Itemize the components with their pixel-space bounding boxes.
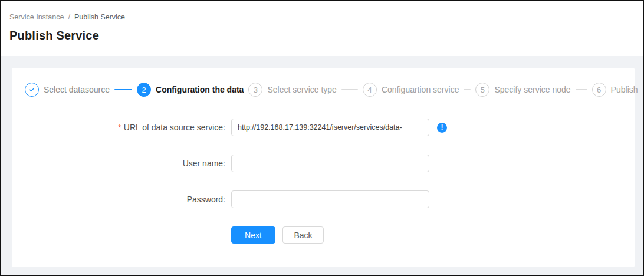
step-configuration-the-data[interactable]: 2 Configuration the data bbox=[137, 83, 244, 97]
check-icon bbox=[28, 86, 36, 94]
breadcrumb-publish-service: Publish Service bbox=[74, 13, 125, 21]
step-connector-3-4 bbox=[341, 89, 358, 90]
step-4-label: Configuartion service bbox=[382, 85, 459, 94]
step-connector-5-6 bbox=[576, 89, 587, 90]
publish-form: *URL of data source service: ! User name… bbox=[12, 119, 635, 244]
breadcrumb-separator: / bbox=[68, 13, 70, 21]
next-button[interactable]: Next bbox=[231, 226, 275, 244]
required-asterisk: * bbox=[118, 123, 121, 132]
url-field-label: *URL of data source service: bbox=[12, 123, 231, 132]
exclamation-circle-icon[interactable]: ! bbox=[437, 123, 447, 133]
app-window: Service Instance/Publish Service Publish… bbox=[0, 0, 644, 276]
breadcrumb: Service Instance/Publish Service bbox=[9, 13, 643, 21]
step-2-number-circle: 2 bbox=[137, 83, 151, 97]
password-input[interactable] bbox=[231, 190, 429, 208]
username-field-label: User name: bbox=[12, 159, 231, 168]
step-specify-service-node: 5 Specify service node bbox=[475, 83, 570, 97]
step-connector-4-5 bbox=[464, 89, 471, 90]
url-input[interactable] bbox=[231, 119, 429, 136]
password-field-label: Password: bbox=[12, 195, 231, 204]
step-5-number-circle: 5 bbox=[475, 83, 489, 97]
username-field-row: User name: bbox=[12, 155, 635, 172]
username-input[interactable] bbox=[231, 155, 429, 172]
step-select-service-type: 3 Select service type bbox=[248, 83, 337, 97]
step-4-number-circle: 4 bbox=[363, 83, 377, 97]
step-connector-1-2 bbox=[114, 89, 132, 90]
step-1-label: Select datasource bbox=[44, 85, 110, 94]
step-3-number-circle: 3 bbox=[248, 83, 262, 97]
page-header: Service Instance/Publish Service Publish… bbox=[1, 1, 643, 56]
breadcrumb-service-instance[interactable]: Service Instance bbox=[9, 13, 64, 21]
password-field-row: Password: bbox=[12, 190, 635, 208]
step-6-label: Publish bbox=[611, 85, 638, 94]
step-2-label: Configuration the data bbox=[156, 85, 244, 94]
form-actions: Next Back bbox=[231, 226, 635, 244]
url-field-row: *URL of data source service: ! bbox=[12, 119, 635, 136]
wizard-stepper: Select datasource 2 Configuration the da… bbox=[12, 68, 635, 97]
step-5-label: Specify service node bbox=[494, 85, 570, 94]
wizard-card: Select datasource 2 Configuration the da… bbox=[12, 68, 635, 267]
page-title: Publish Service bbox=[9, 29, 643, 42]
step-1-check-circle bbox=[25, 83, 39, 97]
step-configuartion-service: 4 Configuartion service bbox=[363, 83, 459, 97]
step-select-datasource[interactable]: Select datasource bbox=[25, 83, 110, 97]
step-publish: 6 Publish bbox=[592, 83, 638, 97]
step-6-number-circle: 6 bbox=[592, 83, 606, 97]
back-button[interactable]: Back bbox=[282, 226, 324, 244]
step-3-label: Select service type bbox=[267, 85, 337, 94]
